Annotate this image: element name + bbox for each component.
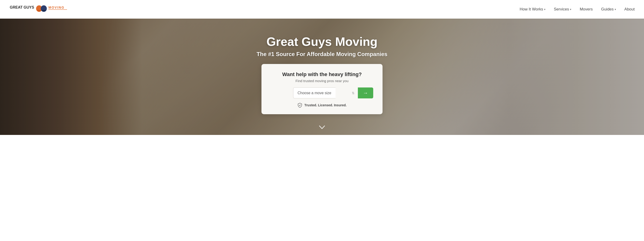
hero-title: Great Guys Moving [266,35,378,49]
nav-link-about[interactable]: About [624,7,635,12]
hero-section: Great Guys Moving The #1 Source For Affo… [0,0,644,135]
chevron-down-scroll-icon [319,125,325,129]
nav-links: How It Works ▾ Services ▾ Movers Guides … [520,7,635,12]
nav-link-services[interactable]: Services ▾ [554,7,571,12]
nav-item-movers[interactable]: Movers [580,7,593,12]
trust-badge: Trusted. Licensed. Insured. [271,103,373,108]
card-subheading: Find trusted moving pros near you [271,79,373,83]
chevron-down-icon: ▾ [570,8,571,11]
chevron-down-icon: ▾ [544,8,546,11]
logo-svg: GREAT GUYS MOVING [9,3,70,15]
nav-link-guides[interactable]: Guides ▾ [601,7,616,12]
select-wrapper: Choose a move size Studio / Small 1BR 1-… [271,87,358,98]
nav-item-services[interactable]: Services ▾ [554,7,571,12]
svg-text:MOVING: MOVING [48,5,64,9]
nav-item-guides[interactable]: Guides ▾ [601,7,616,12]
scroll-down-indicator[interactable] [319,125,325,131]
shield-check-icon [297,103,302,108]
nav-link-how-it-works[interactable]: How It Works ▾ [520,7,546,12]
logo[interactable]: GREAT GUYS MOVING [9,3,70,15]
arrow-right-icon: → [363,90,368,96]
nav-item-about[interactable]: About [624,7,635,12]
nav-link-movers[interactable]: Movers [580,7,593,12]
search-card: Want help with the heavy lifting? Find t… [262,64,382,114]
move-size-select[interactable]: Choose a move size Studio / Small 1BR 1-… [293,87,336,98]
nav-item-how-it-works[interactable]: How It Works ▾ [520,7,546,12]
navbar: GREAT GUYS MOVING How It Works ▾ Service… [0,0,644,19]
chevron-down-icon: ▾ [615,8,616,11]
hero-content: Great Guys Moving The #1 Source For Affo… [0,16,644,119]
trust-text: Trusted. Licensed. Insured. [304,103,346,107]
search-button[interactable]: → [358,87,373,98]
svg-text:GREAT GUYS: GREAT GUYS [10,5,34,9]
search-row: Choose a move size Studio / Small 1BR 1-… [271,87,373,98]
hero-subtitle: The #1 Source For Affordable Moving Comp… [256,51,388,57]
card-heading: Want help with the heavy lifting? [271,71,373,77]
